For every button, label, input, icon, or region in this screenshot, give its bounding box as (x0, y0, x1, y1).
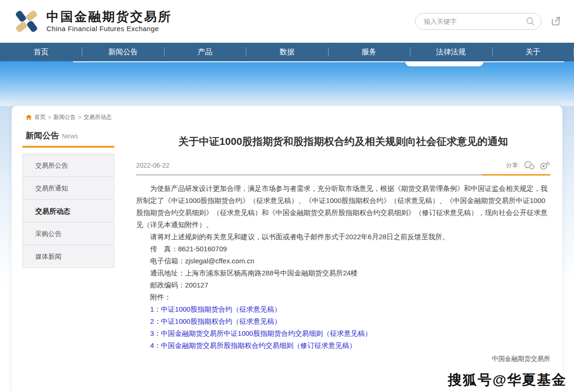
paragraph: 为使新产品研发设计更加合理，满足市场参与者需求，充分听取市场意见，根据《期货交易… (136, 183, 550, 231)
nav-bottom-highlight (73, 61, 564, 62)
article-area: 关于中证1000股指期货和股指期权合约及相关规则向社会征求意见的通知 2022-… (136, 127, 550, 363)
sohu-watermark: 搜狐号@华夏基金 (448, 371, 567, 390)
breadcrumb-current: 交易所动态 (84, 113, 112, 121)
nav-item-news[interactable]: 新闻公告 (82, 43, 164, 61)
article-signature: 中国金融期货交易所 (136, 355, 550, 363)
search-box[interactable] (415, 13, 541, 30)
nav-item-data[interactable]: 数据 (246, 43, 328, 61)
contact-address: 通讯地址：上海市浦东新区杨高南路288号中国金融期货交易所24楼 (136, 267, 550, 279)
article-divider (136, 174, 550, 176)
article-body: 为使新产品研发设计更加合理，满足市场参与者需求，充分听取市场意见，根据《期货交易… (136, 183, 550, 352)
news-sidebar: 新闻公告News 交易所公告 交易所通知 交易所动态 采购公告 媒体新闻 (22, 127, 114, 268)
logo-title-en: China Financial Futures Exchange (46, 24, 172, 33)
main-nav: 首页 新闻公告 产品 数据 服务 法律法规 关于 (0, 43, 574, 61)
page-share-icon[interactable] (550, 15, 562, 27)
breadcrumb-news[interactable]: 新闻公告 (53, 113, 76, 121)
article-date: 2022-06-22 (136, 162, 170, 169)
nav-item-about[interactable]: 关于 (492, 43, 574, 61)
breadcrumb-sep: > (48, 114, 51, 121)
sidebar-menu: 交易所公告 交易所通知 交易所动态 采购公告 媒体新闻 (22, 154, 114, 268)
hero-banner (0, 61, 574, 106)
breadcrumb-home[interactable]: 首页 (34, 113, 46, 121)
sidebar-title: 新闻公告News (22, 127, 114, 141)
breadcrumb-sep: > (78, 114, 81, 121)
logo-title-cn: 中国金融期货交易所 (46, 9, 172, 24)
sidebar-title-cn: 新闻公告 (26, 131, 59, 140)
nav-item-laws[interactable]: 法律法规 (410, 43, 492, 61)
weibo-share-icon[interactable] (539, 161, 550, 170)
attachment-link-4[interactable]: 4：中国金融期货交易所股指期权合约交易细则（修订征求意见稿） (136, 340, 550, 352)
contact-fax: 传 真：8621-50160709 (136, 243, 550, 255)
attachment-link-1[interactable]: 1：中证1000股指期货合约（征求意见稿） (136, 303, 550, 315)
site-header: 中国金融期货交易所 China Financial Futures Exchan… (0, 0, 574, 43)
sidebar-item-procurement[interactable]: 采购公告 (22, 222, 114, 245)
nav-item-services[interactable]: 服务 (328, 43, 410, 61)
nav-item-products[interactable]: 产品 (164, 43, 246, 61)
search-icon[interactable] (526, 17, 535, 26)
sidebar-item-exchange-announcements[interactable]: 交易所公告 (22, 154, 114, 177)
paragraph: 请将对上述规则的有关意见和建议，以书面或者电子邮件形式于2022年6月28日之前… (136, 231, 550, 243)
cffex-logo-icon (12, 7, 41, 36)
wechat-share-icon[interactable] (524, 161, 535, 170)
nav-dropdown-tab (405, 61, 483, 66)
page-background: 首页 > 新闻公告 > 交易所动态 新闻公告News 交易所公告 交易所通知 交… (0, 106, 574, 392)
breadcrumb: 首页 > 新闻公告 > 交易所动态 (12, 106, 562, 121)
home-icon (26, 114, 32, 120)
sidebar-item-media-news[interactable]: 媒体新闻 (22, 245, 114, 268)
sidebar-title-en: News (62, 132, 78, 140)
article-title: 关于中证1000股指期货和股指期权合约及相关规则向社会征求意见的通知 (136, 135, 550, 149)
sidebar-accent-bar (22, 146, 114, 148)
sidebar-item-exchange-notices[interactable]: 交易所通知 (22, 177, 114, 200)
search-input[interactable] (423, 17, 526, 26)
site-logo[interactable]: 中国金融期货交易所 China Financial Futures Exchan… (12, 7, 172, 36)
sidebar-item-exchange-updates[interactable]: 交易所动态 (22, 200, 114, 222)
nav-item-home[interactable]: 首页 (0, 43, 82, 61)
contact-postal: 邮政编码：200127 (136, 279, 550, 291)
content-card: 首页 > 新闻公告 > 交易所动态 新闻公告News 交易所公告 交易所通知 交… (12, 106, 562, 392)
contact-email: 电子信箱：zjslegal@cffex.com.cn (136, 255, 550, 267)
attachment-link-2[interactable]: 2：中证1000股指期权合约（征求意见稿） (136, 315, 550, 327)
share-bar: 分享: (506, 161, 550, 170)
attachments-label: 附件： (136, 291, 550, 303)
share-label: 分享: (506, 161, 520, 170)
attachment-link-3[interactable]: 3：中国金融期货交易所中证1000股指期货合约交易细则（征求意见稿） (136, 327, 550, 340)
